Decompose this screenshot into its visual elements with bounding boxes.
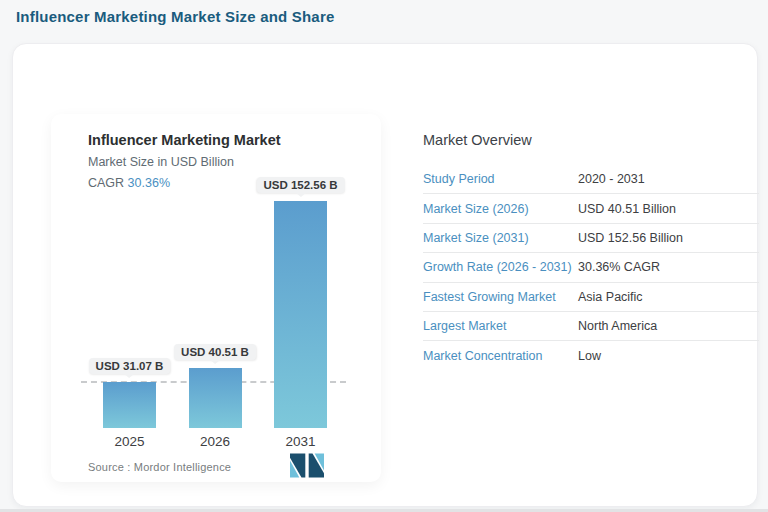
chart-subtitle: Market Size in USD Billion <box>88 155 234 169</box>
overview-row: Market Size (2031)USD 152.56 Billion <box>423 224 759 253</box>
overview-row-label: Largest Market <box>423 319 578 333</box>
overview-row-value: USD 152.56 Billion <box>578 231 683 245</box>
overview-row: Fastest Growing MarketAsia Pacific <box>423 283 759 312</box>
overview-row-label: Market Size (2026) <box>423 202 578 216</box>
overview-row-value: North America <box>578 319 657 333</box>
overview-row: Largest MarketNorth America <box>423 312 759 341</box>
overview-row-label: Study Period <box>423 172 578 186</box>
overview-row-value: 30.36% CAGR <box>578 260 660 274</box>
chart-title: Influencer Marketing Market <box>88 132 281 148</box>
overview-row-value: USD 40.51 Billion <box>578 202 676 216</box>
page-title: Influencer Marketing Market Size and Sha… <box>16 8 335 25</box>
cagr-value: 30.36% <box>128 176 170 190</box>
overview-row: Market Size (2026)USD 40.51 Billion <box>423 194 759 223</box>
bar-2026 <box>189 368 242 428</box>
chart-panel: Influencer Marketing Market Market Size … <box>51 114 381 482</box>
overview-row: Study Period2020 - 2031 <box>423 165 759 194</box>
overview-row-label: Growth Rate (2026 - 2031) <box>423 260 578 274</box>
market-overview-table: Study Period2020 - 2031Market Size (2026… <box>423 165 759 370</box>
overview-row-label: Fastest Growing Market <box>423 290 578 304</box>
overview-row: Growth Rate (2026 - 2031)30.36% CAGR <box>423 253 759 282</box>
bar-value-badge: USD 40.51 B <box>174 344 256 360</box>
bar-2031 <box>274 201 327 428</box>
bar-value-badge: USD 152.56 B <box>256 177 344 193</box>
overview-row-value: Low <box>578 349 601 363</box>
page: Influencer Marketing Market Size and Sha… <box>0 0 768 512</box>
overview-row-value: Asia Pacific <box>578 290 643 304</box>
source-attribution: Source : Mordor Intelligence <box>88 461 231 473</box>
mordor-intelligence-logo <box>290 453 324 478</box>
bar-value-badge: USD 31.07 B <box>89 358 171 374</box>
x-tick-label: 2025 <box>103 434 156 449</box>
cagr-line: CAGR 30.36% <box>88 176 170 190</box>
overview-row: Market ConcentrationLow <box>423 341 759 369</box>
overview-row-value: 2020 - 2031 <box>578 172 645 186</box>
x-tick-label: 2026 <box>189 434 242 449</box>
main-card: Influencer Marketing Market Market Size … <box>12 43 758 507</box>
overview-row-label: Market Size (2031) <box>423 231 578 245</box>
market-overview-panel: Market Overview Study Period2020 - 2031M… <box>423 132 759 370</box>
x-tick-label: 2031 <box>274 434 327 449</box>
market-overview-title: Market Overview <box>423 132 759 148</box>
bar-2025 <box>103 382 156 428</box>
cagr-label: CAGR <box>88 176 124 190</box>
overview-row-label: Market Concentration <box>423 349 578 363</box>
